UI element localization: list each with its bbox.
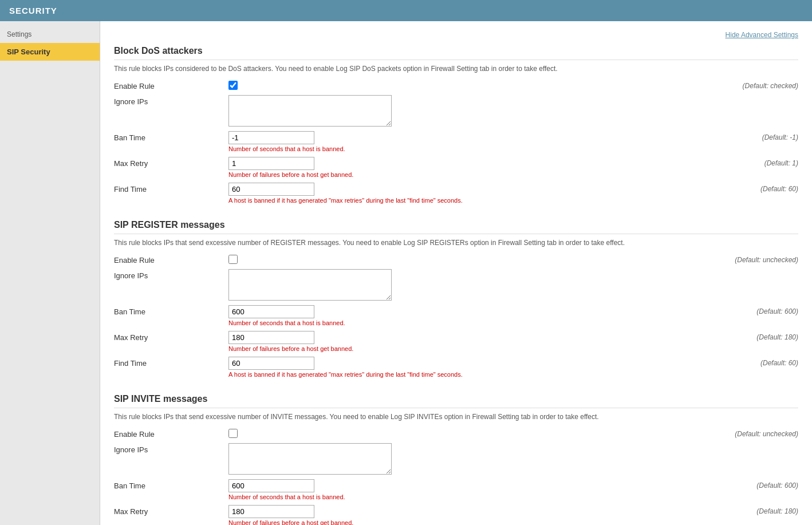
reg-findtime-input[interactable] <box>228 357 314 370</box>
reg-maxretry-default: (Default: 180) <box>707 331 798 341</box>
label-dos-findtime: Find Time <box>114 183 228 194</box>
section-block-dos: Block DoS attackers This rule blocks IPs… <box>114 46 798 204</box>
form-row-inv-maxretry: Max Retry Number of failures before a ho… <box>114 505 798 525</box>
dos-maxretry-input[interactable] <box>228 157 314 170</box>
label-dos-maxretry: Max Retry <box>114 157 228 168</box>
hide-advanced-settings-link[interactable]: Hide Advanced Settings <box>726 31 798 39</box>
section-sip-register: SIP REGISTER messages This rule blocks I… <box>114 220 798 378</box>
section-desc-invite: This rule blocks IPs that send excessive… <box>114 413 798 421</box>
form-row-reg-findtime: Find Time A host is banned if it has gen… <box>114 357 798 378</box>
label-inv-ignore: Ignore IPs <box>114 443 228 454</box>
top-bar: SECURITY <box>0 0 812 21</box>
label-reg-ignore: Ignore IPs <box>114 269 228 280</box>
reg-bantime-default: (Default: 600) <box>707 305 798 315</box>
section-sip-invite: SIP INVITE messages This rule blocks IPs… <box>114 394 798 525</box>
reg-maxretry-input[interactable] <box>228 331 314 344</box>
reg-findtime-hint: A host is banned if it has generated "ma… <box>228 371 707 378</box>
label-dos-bantime: Ban Time <box>114 131 228 142</box>
dos-bantime-default: (Default: -1) <box>707 131 798 141</box>
label-inv-maxretry: Max Retry <box>114 505 228 516</box>
form-row-inv-enable: Enable Rule (Default: unchecked) <box>114 428 798 439</box>
inv-bantime-default: (Default: 600) <box>707 479 798 490</box>
label-reg-findtime: Find Time <box>114 357 228 368</box>
label-reg-bantime: Ban Time <box>114 305 228 316</box>
dos-findtime-default: (Default: 60) <box>707 183 798 193</box>
form-row-dos-findtime: Find Time A host is banned if it has gen… <box>114 183 798 204</box>
form-row-reg-maxretry: Max Retry Number of failures before a ho… <box>114 331 798 352</box>
section-title-register: SIP REGISTER messages <box>114 220 798 234</box>
form-row-reg-ignore: Ignore IPs <box>114 269 798 301</box>
dos-maxretry-hint: Number of failures before a host get ban… <box>228 171 707 178</box>
dos-findtime-hint: A host is banned if it has generated "ma… <box>228 197 707 204</box>
reg-maxretry-hint: Number of failures before a host get ban… <box>228 345 707 352</box>
reg-bantime-hint: Number of seconds that a host is banned. <box>228 319 707 326</box>
label-reg-enable: Enable Rule <box>114 254 228 265</box>
form-row-reg-enable: Enable Rule (Default: unchecked) <box>114 254 798 265</box>
inv-bantime-input[interactable] <box>228 479 314 492</box>
section-desc-register: This rule blocks IPs that send excessive… <box>114 239 798 247</box>
section-title-invite: SIP INVITE messages <box>114 394 798 408</box>
sidebar-item-sip-security[interactable]: SIP Security <box>0 43 100 61</box>
label-dos-enable: Enable Rule <box>114 80 228 90</box>
inv-enable-default: (Default: unchecked) <box>707 428 798 438</box>
reg-bantime-input[interactable] <box>228 305 314 318</box>
reg-enable-default: (Default: unchecked) <box>707 254 798 264</box>
dos-bantime-input[interactable] <box>228 131 314 144</box>
content-area: Hide Advanced Settings Block DoS attacke… <box>100 21 812 525</box>
reg-findtime-default: (Default: 60) <box>707 357 798 367</box>
section-desc-dos: This rule blocks IPs considered to be Do… <box>114 65 798 73</box>
reg-enable-checkbox[interactable] <box>228 255 238 264</box>
dos-findtime-input[interactable] <box>228 183 314 196</box>
dos-maxretry-default: (Default: 1) <box>707 157 798 167</box>
page-title: SECURITY <box>9 6 57 15</box>
inv-maxretry-hint: Number of failures before a host get ban… <box>228 519 707 525</box>
form-row-inv-bantime: Ban Time Number of seconds that a host i… <box>114 479 798 500</box>
label-inv-enable: Enable Rule <box>114 428 228 439</box>
dos-bantime-hint: Number of seconds that a host is banned. <box>228 145 707 152</box>
inv-maxretry-input[interactable] <box>228 505 314 518</box>
form-row-dos-maxretry: Max Retry Number of failures before a ho… <box>114 157 798 178</box>
sidebar-heading: Settings <box>0 26 100 43</box>
section-title-dos: Block DoS attackers <box>114 46 798 60</box>
dos-enable-default: (Default: checked) <box>707 80 798 90</box>
sidebar: Settings SIP Security <box>0 21 100 525</box>
dos-enable-checkbox[interactable] <box>228 81 238 90</box>
inv-maxretry-default: (Default: 180) <box>707 505 798 515</box>
form-row-dos-bantime: Ban Time Number of seconds that a host i… <box>114 131 798 152</box>
inv-bantime-hint: Number of seconds that a host is banned. <box>228 494 707 500</box>
inv-ignore-ips-textarea[interactable] <box>228 443 392 475</box>
inv-enable-checkbox[interactable] <box>228 429 238 438</box>
label-dos-ignore: Ignore IPs <box>114 95 228 106</box>
label-reg-maxretry: Max Retry <box>114 331 228 342</box>
reg-ignore-ips-textarea[interactable] <box>228 269 392 301</box>
dos-ignore-ips-textarea[interactable] <box>228 95 392 127</box>
form-row-dos-ignore: Ignore IPs <box>114 95 798 127</box>
form-row-dos-enable: Enable Rule (Default: checked) <box>114 80 798 90</box>
top-link-row: Hide Advanced Settings <box>114 30 798 39</box>
form-row-reg-bantime: Ban Time Number of seconds that a host i… <box>114 305 798 326</box>
form-row-inv-ignore: Ignore IPs <box>114 443 798 475</box>
label-inv-bantime: Ban Time <box>114 479 228 490</box>
